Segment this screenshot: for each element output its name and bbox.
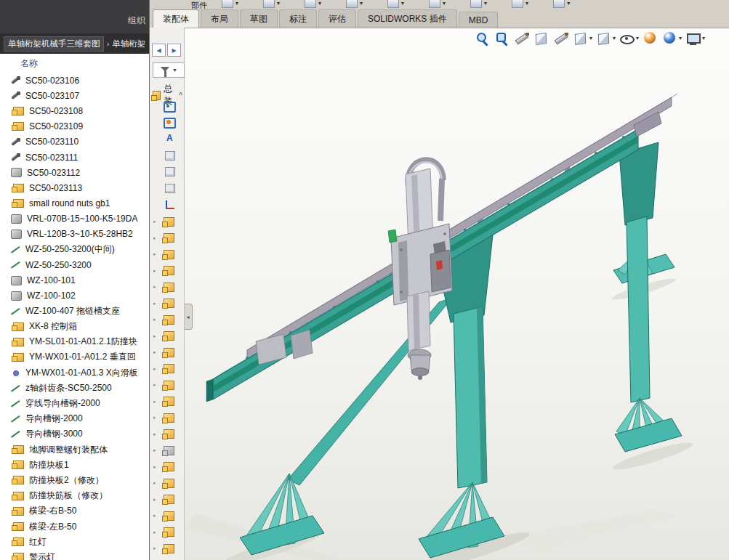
file-row[interactable]: WZ-100-101	[0, 272, 149, 288]
forward-arrow-button[interactable]: ▶	[167, 44, 181, 57]
file-row[interactable]: 横梁-左B-50	[0, 519, 149, 534]
view-orientation-icon[interactable]	[533, 31, 549, 46]
expand-arrow-icon[interactable]: ▸	[153, 497, 159, 503]
component-row[interactable]: ▸	[150, 328, 184, 345]
expand-arrow-icon[interactable]: ▸	[153, 513, 159, 519]
toolbar-fragment-group[interactable]: ▾	[305, 0, 321, 8]
file-row[interactable]: SC50-023108	[0, 103, 149, 118]
toolbar-fragment-group[interactable]: ▾	[553, 0, 570, 8]
file-row[interactable]: XK-8 控制箱	[0, 319, 149, 334]
toolbar-fragment-group[interactable]: ▾	[429, 0, 446, 8]
command-tab[interactable]: MBD	[459, 12, 499, 28]
file-row[interactable]: YM-SL01-01-A01.2.1防撞块	[0, 334, 149, 349]
caret-icon[interactable]: ▾	[318, 0, 321, 7]
section-view-icon[interactable]	[514, 31, 530, 46]
toolbar-fragment-group[interactable]: ▾	[470, 0, 487, 8]
file-row[interactable]: 导向槽钢-2000	[0, 411, 149, 426]
graphics-viewport[interactable]: ▾ ▾ ▾ ▾ ▾ ◂	[184, 28, 729, 560]
file-row[interactable]: YM-WX01-01-A01.2 垂直回	[0, 349, 149, 365]
expand-arrow-icon[interactable]: ▸	[153, 268, 159, 274]
file-row[interactable]: SC50-023106	[0, 73, 149, 88]
command-tab[interactable]: 草图	[240, 9, 278, 28]
tree-filter-button[interactable]: ▾	[153, 62, 185, 78]
command-tab[interactable]: 标注	[279, 9, 317, 28]
file-row[interactable]: VRL-120B-3~10-K5-28HB2	[0, 227, 149, 242]
component-row[interactable]: ▸	[150, 344, 184, 361]
caret-icon[interactable]: ▾	[484, 0, 487, 7]
command-tab[interactable]: 装配体	[153, 9, 199, 28]
file-row[interactable]: SC50-023110	[0, 134, 149, 150]
expand-arrow-icon[interactable]: ▸	[153, 464, 159, 470]
organize-menu[interactable]: 组织	[128, 15, 145, 27]
z-axis-unit[interactable]	[388, 160, 452, 380]
model-canvas[interactable]	[184, 28, 729, 560]
sensors-icon[interactable]	[150, 115, 184, 131]
component-row[interactable]: ▸	[150, 426, 184, 443]
toolbar-fragment-group[interactable]: ▾	[222, 0, 238, 8]
expand-arrow-icon[interactable]: ▸	[153, 349, 159, 355]
file-row[interactable]: 穿线导向槽钢-2000	[0, 396, 149, 411]
origin-icon[interactable]	[150, 196, 184, 212]
command-tab[interactable]: 评估	[318, 9, 356, 28]
file-row[interactable]: WZ-100-102	[0, 288, 149, 304]
expand-arrow-icon[interactable]: ▸	[153, 399, 159, 405]
apply-scene-ball-icon[interactable]: ▾	[662, 31, 682, 46]
file-row[interactable]: 横梁-右B-50	[0, 503, 149, 519]
file-row[interactable]: WZ-50-250-3200	[0, 257, 149, 272]
zoom-to-area-icon[interactable]	[494, 31, 510, 46]
caret-icon[interactable]: ▾	[589, 35, 592, 42]
expand-arrow-icon[interactable]: ▸	[153, 235, 159, 241]
caret-icon[interactable]: ▾	[277, 0, 280, 7]
edit-appearance-icon[interactable]	[643, 31, 658, 46]
file-row[interactable]: VRL-070B-15~100-K5-19DA	[0, 211, 149, 227]
component-row[interactable]: ▸	[150, 475, 184, 492]
expand-arrow-icon[interactable]: ▸	[153, 366, 159, 372]
file-row[interactable]: WZ-100-407 拖链槽支座	[0, 304, 149, 319]
file-row[interactable]: 防撞块板1	[0, 458, 149, 473]
component-row[interactable]: ▸	[150, 540, 184, 557]
caret-icon[interactable]: ▾	[443, 0, 446, 7]
file-row[interactable]: small round nuts gb1	[0, 196, 149, 211]
file-row[interactable]: WZ-50-250-3200(中间)	[0, 242, 149, 257]
panel-collapse-tab[interactable]: ◂	[184, 304, 193, 330]
file-row[interactable]: SC50-023109	[0, 119, 149, 134]
right-plane-icon[interactable]	[150, 180, 184, 196]
file-row[interactable]: 警示灯	[0, 550, 149, 560]
file-row[interactable]: 导向槽钢-3000	[0, 426, 149, 442]
expand-arrow-icon[interactable]: ▸	[153, 301, 159, 307]
caret-icon[interactable]: ▾	[525, 0, 528, 7]
caret-icon[interactable]: ▾	[702, 35, 705, 42]
display-style-icon[interactable]: ▾	[596, 31, 616, 46]
expand-arrow-icon[interactable]: ▸	[153, 284, 159, 290]
component-row[interactable]: ▸	[150, 377, 184, 394]
file-row[interactable]: SC50-023107	[0, 88, 149, 103]
caret-icon[interactable]: ▾	[235, 0, 238, 7]
expand-arrow-icon[interactable]: ▸	[153, 545, 159, 551]
file-row[interactable]: YM-WX01-01-A01.3 X向滑板	[0, 365, 149, 381]
caret-icon[interactable]: ▾	[173, 67, 176, 74]
expand-arrow-icon[interactable]: ▸	[153, 382, 159, 388]
caret-icon[interactable]: ▾	[636, 35, 639, 42]
breadcrumb-item[interactable]: 单轴桁架机械手三维套图	[4, 36, 104, 52]
expand-arrow-icon[interactable]: ▸	[153, 317, 159, 322]
component-row[interactable]: ▸	[150, 246, 184, 263]
file-row[interactable]: SC50-023112	[0, 165, 149, 180]
component-row[interactable]: ▸	[150, 214, 184, 230]
toolbar-fragment-group[interactable]: ▾	[512, 0, 528, 8]
expand-arrow-icon[interactable]: ▸	[153, 333, 159, 339]
toolbar-fragment-group[interactable]: ▾	[387, 0, 404, 8]
expand-arrow-icon[interactable]: ▸	[153, 529, 159, 535]
component-row[interactable]: ▸	[150, 508, 184, 524]
caret-icon[interactable]: ▾	[401, 0, 404, 7]
annotations-icon[interactable]	[150, 131, 184, 147]
component-row[interactable]: ▸	[150, 279, 184, 296]
component-row[interactable]: ▸	[150, 410, 184, 426]
command-tab[interactable]: 布局	[201, 9, 238, 28]
component-row[interactable]: ▸	[150, 524, 184, 541]
file-row[interactable]: 红灯	[0, 535, 149, 550]
component-row[interactable]: ▸	[150, 394, 184, 410]
expand-arrow-icon[interactable]: ▸	[153, 251, 159, 257]
component-row[interactable]: ▸	[150, 492, 184, 508]
collapse-icon[interactable]: ^	[179, 92, 182, 100]
caret-icon[interactable]: ▾	[679, 35, 682, 42]
